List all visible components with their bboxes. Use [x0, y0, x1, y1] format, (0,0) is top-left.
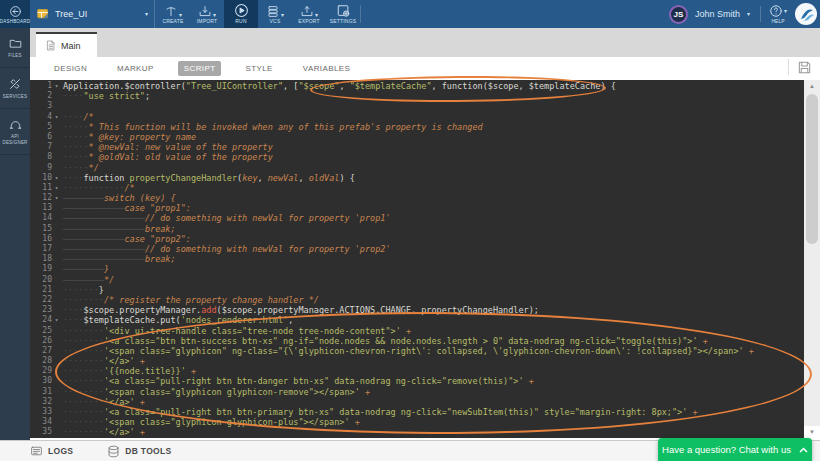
menu-import[interactable]: ▾IMPORT	[190, 0, 224, 28]
line-number[interactable]: 19	[30, 264, 52, 274]
sidebar-item-services[interactable]: SERVICES	[0, 68, 30, 109]
bottombar-label: DB TOOLS	[125, 446, 171, 456]
line-number[interactable]: 12	[30, 193, 52, 203]
code-line: 27········'<span class="glyphicon" ng-cl…	[30, 346, 804, 356]
fold-spacer	[52, 376, 61, 386]
code-line: 35········'</a>' +	[30, 427, 804, 437]
code-text: ····/*	[63, 112, 94, 122]
code-text: ············/*	[63, 183, 135, 193]
menu-label: IMPORT	[197, 18, 218, 24]
code-line: 30········'<a class="pull-right btn btn-…	[30, 376, 804, 386]
line-number[interactable]: 33	[30, 407, 52, 417]
line-number[interactable]: 28	[30, 356, 52, 366]
line-number[interactable]: 1	[30, 81, 52, 91]
help-icon	[769, 4, 783, 18]
chat-label: Have a question? Chat with us	[662, 444, 791, 455]
project-selector[interactable]: Tree_UI ▾	[30, 0, 155, 28]
line-number[interactable]: 21	[30, 285, 52, 295]
line-number[interactable]: 23	[30, 305, 52, 315]
line-number[interactable]: 9	[30, 163, 52, 173]
fold-toggle-icon[interactable]: ▾	[52, 183, 61, 193]
tab-style[interactable]: STYLE	[239, 61, 278, 76]
line-number[interactable]: 35	[30, 427, 52, 437]
save-icon[interactable]	[797, 60, 812, 75]
fold-spacer	[52, 295, 61, 305]
line-number[interactable]: 20	[30, 275, 52, 285]
line-number[interactable]: 24	[30, 315, 52, 325]
tab-script[interactable]: SCRIPT	[178, 61, 222, 76]
fold-toggle-icon[interactable]: ▾	[52, 173, 61, 183]
bottombar-logs[interactable]: LOGS	[30, 445, 73, 457]
user-name[interactable]: John Smith	[695, 9, 740, 19]
scroll-down-icon[interactable]: ▼	[804, 426, 820, 438]
line-number[interactable]: 30	[30, 376, 52, 386]
line-number[interactable]: 14	[30, 213, 52, 223]
code-text: ········/* register the property change …	[63, 295, 319, 305]
line-number[interactable]: 7	[30, 142, 52, 152]
run-icon	[234, 3, 249, 18]
line-number[interactable]: 2	[30, 91, 52, 101]
create-icon	[164, 5, 178, 18]
dashboard-button[interactable]: DASHBOARD	[0, 0, 30, 28]
line-number[interactable]: 13	[30, 203, 52, 213]
sidebar-item-files[interactable]: FILES	[0, 28, 30, 68]
fold-toggle-icon[interactable]: ▾	[52, 193, 61, 203]
line-number[interactable]: 22	[30, 295, 52, 305]
line-number[interactable]: 34	[30, 417, 52, 427]
code-text: ····function propertyChangeHandler(key, …	[63, 173, 355, 183]
wavemaker-logo[interactable]	[795, 3, 817, 25]
fold-spacer	[52, 275, 61, 285]
help-button[interactable]: ▾ HELP	[769, 4, 787, 24]
code-editor[interactable]: 1▾Application.$controller("Tree_UIContro…	[30, 80, 804, 438]
menu-create[interactable]: ▾CREATE	[156, 0, 190, 28]
code-line: 28········'</a>' +	[30, 356, 804, 366]
tab-main[interactable]: Main	[36, 32, 97, 57]
scrollbar-thumb[interactable]	[806, 94, 818, 244]
tab-variables[interactable]: VARIABLES	[297, 61, 356, 76]
chevron-down-icon[interactable]: ▾	[747, 11, 750, 17]
tab-markup[interactable]: MARKUP	[111, 61, 160, 76]
line-number[interactable]: 32	[30, 397, 52, 407]
menu-label: CREATE	[162, 18, 183, 24]
fold-spacer	[52, 285, 61, 295]
line-number[interactable]: 10	[30, 173, 52, 183]
sidebar-item-api-designer[interactable]: API DESIGNER	[0, 109, 30, 155]
line-number[interactable]: 26	[30, 336, 52, 346]
vertical-scrollbar[interactable]: ▲ ▼	[804, 80, 820, 438]
fold-toggle-icon[interactable]: ▾	[52, 112, 61, 122]
chevron-down-icon: ▾	[281, 12, 284, 18]
fold-toggle-icon[interactable]: ▾	[52, 315, 61, 325]
line-number[interactable]: 11	[30, 183, 52, 193]
chat-button[interactable]: Have a question? Chat with us	[658, 438, 812, 461]
line-number[interactable]: 6	[30, 132, 52, 142]
bottombar-db-tools[interactable]: DB TOOLS	[107, 445, 171, 458]
code-line: 12▾────────switch (key) {	[30, 193, 804, 203]
line-number[interactable]: 27	[30, 346, 52, 356]
line-number[interactable]: 4	[30, 112, 52, 122]
menu-export[interactable]: ▾EXPORT	[292, 0, 326, 28]
menu-run[interactable]: RUN	[224, 0, 258, 28]
line-number[interactable]: 16	[30, 234, 52, 244]
line-number[interactable]: 3	[30, 101, 52, 111]
line-number[interactable]: 31	[30, 387, 52, 397]
code-text: ────────*/	[63, 275, 114, 285]
line-number[interactable]: 17	[30, 244, 52, 254]
tab-design[interactable]: DESIGN	[48, 61, 93, 76]
topbar: DASHBOARD Tree_UI ▾ ▾CREATE▾IMPORTRUN▾VC…	[0, 0, 820, 28]
line-number[interactable]: 18	[30, 254, 52, 264]
menu-vcs[interactable]: ▾VCS	[258, 0, 292, 28]
scroll-up-icon[interactable]: ▲	[804, 80, 820, 92]
menu-settings[interactable]: SETTINGS	[326, 0, 360, 28]
code-text: Application.$controller("Tree_UIControll…	[63, 81, 616, 91]
fold-toggle-icon[interactable]: ▾	[52, 81, 61, 91]
line-number[interactable]: 8	[30, 152, 52, 162]
line-number[interactable]: 5	[30, 122, 52, 132]
code-text: ········'<span class="glyphicon glyphico…	[63, 387, 370, 397]
code-line: 25········'<div ui-tree-handle class="tr…	[30, 326, 804, 336]
code-text: ────────────case "prop2":	[63, 234, 191, 244]
fold-spacer	[52, 326, 61, 336]
line-number[interactable]: 15	[30, 224, 52, 234]
line-number[interactable]: 25	[30, 326, 52, 336]
avatar[interactable]: JS	[669, 5, 688, 24]
line-number[interactable]: 29	[30, 366, 52, 376]
